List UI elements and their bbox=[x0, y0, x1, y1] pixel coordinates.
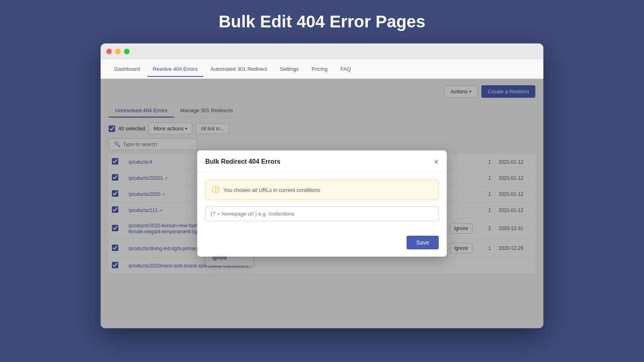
titlebar bbox=[101, 43, 543, 60]
notice-box: ⓘ You chosen all URLs in current conditi… bbox=[205, 180, 439, 200]
nav-settings[interactable]: Settings bbox=[274, 61, 304, 77]
nav-automated-301[interactable]: Automated 301 Redirect bbox=[205, 61, 272, 77]
modal-title: Bulk Redirect 404 Errors bbox=[205, 158, 281, 165]
modal-redirect-input[interactable] bbox=[205, 206, 439, 221]
nav-dashboard[interactable]: Dashboard bbox=[109, 61, 146, 77]
modal-footer: Save bbox=[197, 236, 447, 257]
nav-faq[interactable]: FAQ bbox=[335, 61, 357, 77]
close-dot[interactable] bbox=[106, 49, 112, 54]
minimize-dot[interactable] bbox=[115, 49, 121, 54]
bulk-redirect-modal: Bulk Redirect 404 Errors × ⓘ You chosen … bbox=[197, 150, 447, 257]
modal-close-button[interactable]: × bbox=[434, 158, 439, 166]
save-button[interactable]: Save bbox=[407, 236, 439, 249]
app-window: Dashboard Resolve 404 Errors Automated 3… bbox=[101, 43, 543, 328]
modal-overlay: Bulk Redirect 404 Errors × ⓘ You chosen … bbox=[101, 79, 543, 328]
nav-bar: Dashboard Resolve 404 Errors Automated 3… bbox=[101, 60, 543, 79]
modal-body: ⓘ You chosen all URLs in current conditi… bbox=[197, 172, 447, 236]
page-title: Bulk Edit 404 Error Pages bbox=[219, 12, 425, 31]
info-icon: ⓘ bbox=[212, 185, 219, 195]
nav-pricing[interactable]: Pricing bbox=[306, 61, 333, 77]
modal-header: Bulk Redirect 404 Errors × bbox=[197, 150, 447, 172]
nav-resolve-404[interactable]: Resolve 404 Errors bbox=[147, 61, 203, 77]
content-area: Actions ▾ Create a Redirect Unresolved 4… bbox=[101, 79, 543, 328]
maximize-dot[interactable] bbox=[124, 49, 130, 54]
notice-text: You chosen all URLs in current condition… bbox=[223, 187, 320, 193]
